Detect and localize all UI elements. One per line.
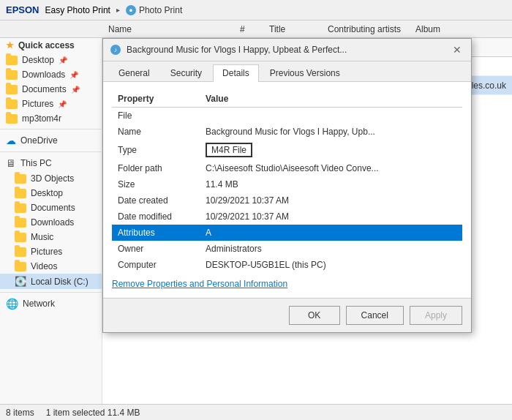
prop-computer: Computer	[112, 257, 200, 273]
table-row[interactable]: Date created 10/29/2021 10:37 AM	[112, 192, 462, 209]
sidebar-item-videos[interactable]: Videos	[0, 259, 102, 274]
sidebar-item-mp3tom4r[interactable]: mp3tom4r	[0, 111, 102, 126]
sidebar-item-pictures2[interactable]: Pictures	[0, 244, 102, 259]
table-row[interactable]: Date modified 10/29/2021 10:37 AM	[112, 209, 462, 225]
photo-icon: ●	[126, 5, 136, 15]
col-property-header: Property	[112, 91, 200, 108]
col-album[interactable]: Album	[410, 24, 468, 34]
dialog-title-text: Background Music for Vlogs I Happy, Upbe…	[127, 45, 445, 55]
tab-security[interactable]: Security	[161, 64, 211, 81]
val-datemodified: 10/29/2021 10:37 AM	[200, 209, 462, 225]
pin-icon-pics: 📌	[58, 100, 67, 108]
val-folderpath: C:\Aiseesoft Studio\Aiseesoft Video Conv…	[200, 160, 462, 176]
sidebar-item-3dobjects[interactable]: 3D Objects	[0, 171, 102, 186]
sidebar-item-onedrive[interactable]: ☁ OneDrive	[0, 132, 102, 149]
prop-size: Size	[112, 176, 200, 192]
sidebar-item-downloads[interactable]: Downloads 📌	[0, 67, 102, 82]
properties-dialog: ♪ Background Music for Vlogs I Happy, Up…	[102, 38, 472, 333]
table-row[interactable]: Name Background Music for Vlogs I Happy,…	[112, 124, 462, 140]
network-icon: 🌐	[6, 298, 18, 310]
sidebar-item-thispc[interactable]: 🖥 This PC	[0, 155, 102, 171]
top-bar: EPSON Easy Photo Print ▸ ● Photo Print	[0, 0, 512, 20]
photo-print-label: ● Photo Print	[126, 5, 182, 15]
val-datecreated: 10/29/2021 10:37 AM	[200, 192, 462, 209]
tab-details[interactable]: Details	[213, 64, 259, 82]
sidebar-quick-access-header: ★ Quick access	[0, 38, 102, 53]
ok-button[interactable]: OK	[289, 306, 340, 325]
dialog-close-button[interactable]: ✕	[451, 43, 464, 56]
dialog-content: Property Value File Name Background Musi…	[103, 82, 471, 298]
tab-previous-versions[interactable]: Previous Versions	[260, 64, 350, 81]
folder-icon-pics	[6, 100, 18, 109]
pin-icon-dl: 📌	[69, 71, 78, 79]
sidebar-item-music[interactable]: Music	[0, 230, 102, 244]
prop-attributes: Attributes	[112, 225, 200, 241]
dialog-title-bar: ♪ Background Music for Vlogs I Happy, Up…	[103, 39, 471, 61]
folder-3d-icon	[15, 174, 26, 184]
sidebar-divider-3	[0, 292, 102, 293]
prop-folderpath: Folder path	[112, 160, 200, 176]
dialog-tabs: General Security Details Previous Versio…	[103, 61, 471, 82]
cancel-button[interactable]: Cancel	[346, 306, 404, 325]
brand-logo: EPSON	[6, 4, 39, 15]
table-row[interactable]: Size 11.4 MB	[112, 176, 462, 192]
folder-dl2-icon	[15, 218, 26, 228]
onedrive-icon: ☁	[6, 135, 16, 146]
sidebar-item-network[interactable]: 🌐 Network	[0, 296, 102, 312]
items-count: 8 items	[6, 408, 34, 418]
val-size: 11.4 MB	[200, 176, 462, 192]
sidebar-item-desktop2[interactable]: Desktop	[0, 186, 102, 200]
sidebar-item-downloads2[interactable]: Downloads	[0, 215, 102, 230]
table-row[interactable]: Owner Administrators	[112, 241, 462, 257]
col-hash[interactable]: #	[234, 24, 263, 34]
apply-button[interactable]: Apply	[410, 306, 462, 325]
folder-videos-icon	[15, 262, 26, 271]
table-row[interactable]: Computer DESKTOP-U5GB1EL (this PC)	[112, 257, 462, 273]
section-file-row: File	[112, 108, 462, 124]
pc-icon: 🖥	[6, 157, 16, 169]
sidebar-item-localdisk[interactable]: 💽 Local Disk (C:)	[0, 274, 102, 289]
prop-name: Name	[112, 124, 200, 140]
col-title[interactable]: Title	[263, 24, 322, 34]
column-headers: Name # Title Contributing artists Album	[0, 20, 512, 38]
col-contributing[interactable]: Contributing artists	[322, 24, 410, 34]
val-owner: Administrators	[200, 241, 462, 257]
downloads-folder-icon	[6, 70, 18, 80]
table-row[interactable]: Type M4R File	[112, 140, 462, 160]
tab-general[interactable]: General	[109, 64, 159, 81]
sidebar-divider-1	[0, 129, 102, 130]
folder-desktop2-icon	[15, 189, 26, 198]
app-title: Easy Photo Print	[45, 5, 110, 15]
col-name[interactable]: Name	[102, 24, 234, 34]
sidebar-item-documents2[interactable]: Documents	[0, 200, 102, 215]
folder-music-icon	[15, 233, 26, 242]
val-type: M4R File	[200, 140, 462, 160]
folder-icon	[6, 56, 18, 65]
folder-docs2-icon	[15, 203, 26, 213]
table-row-attributes[interactable]: Attributes A	[112, 225, 462, 241]
col-value-header: Value	[200, 91, 462, 108]
properties-table: Property Value File Name Background Musi…	[112, 91, 462, 273]
sidebar-divider-2	[0, 151, 102, 152]
sidebar-item-pictures[interactable]: Pictures 📌	[0, 97, 102, 111]
star-icon: ★	[6, 40, 14, 50]
type-value-highlighted: M4R File	[206, 143, 252, 157]
prop-owner: Owner	[112, 241, 200, 257]
dialog-buttons: OK Cancel Apply	[103, 298, 471, 332]
folder-pics2-icon	[15, 247, 26, 257]
table-row[interactable]: Folder path C:\Aiseesoft Studio\Aiseesof…	[112, 160, 462, 176]
val-name: Background Music for Vlogs I Happy, Upb.…	[200, 124, 462, 140]
val-computer: DESKTOP-U5GB1EL (this PC)	[200, 257, 462, 273]
file-section-label: File	[112, 108, 462, 124]
sidebar-item-desktop[interactable]: Desktop 📌	[0, 53, 102, 67]
prop-type: Type	[112, 140, 200, 160]
folder-icon-mp3	[6, 114, 18, 124]
status-bar: 8 items 1 item selected 11.4 MB	[0, 404, 512, 420]
pin-icon: 📌	[59, 56, 67, 64]
val-attributes: A	[200, 225, 462, 241]
remove-properties-link[interactable]: Remove Properties and Personal Informati…	[112, 279, 462, 289]
selected-info: 1 item selected 11.4 MB	[46, 408, 140, 418]
prop-datemodified: Date modified	[112, 209, 200, 225]
sidebar-item-documents[interactable]: Documents 📌	[0, 82, 102, 97]
dialog-title-icon: ♪	[110, 45, 121, 55]
